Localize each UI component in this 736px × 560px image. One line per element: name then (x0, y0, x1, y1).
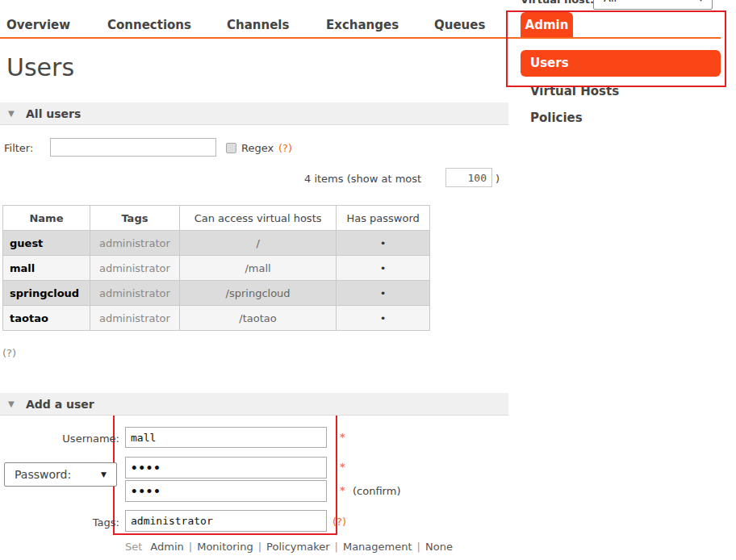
separator: | (335, 541, 338, 553)
tags-label: Tags: (31, 516, 119, 529)
rabbitmq-users-page: Virtual host: All ▼ Overview Connections… (0, 0, 736, 560)
tags-help-link[interactable]: (?) (332, 516, 346, 528)
required-asterisk: * (340, 461, 345, 473)
column-header-name[interactable]: Name (3, 206, 90, 231)
regex-label: Regex (241, 142, 274, 154)
tab-exchanges[interactable]: Exchanges (326, 18, 399, 32)
user-vhosts: /springcloud (179, 281, 336, 306)
show-at-most-input[interactable] (445, 168, 492, 187)
table-header-row: Name Tags Can access virtual hosts Has p… (3, 206, 430, 231)
virtual-host-label: Virtual host: (521, 0, 594, 6)
regex-checkbox[interactable] (226, 143, 236, 153)
chevron-down-icon: ▼ (101, 463, 107, 486)
tab-admin[interactable]: Admin (521, 12, 573, 38)
nav-underline (0, 37, 721, 39)
items-count-close-paren: ) (496, 173, 500, 185)
set-option-management[interactable]: Management (343, 541, 412, 553)
section-add-a-user-title: Add a user (26, 393, 94, 416)
virtual-host-select[interactable]: All ▼ (593, 0, 713, 10)
required-asterisk: * (340, 484, 345, 496)
chevron-down-icon: ▼ (698, 0, 704, 9)
filter-label: Filter: (4, 142, 33, 154)
password-type-value: Password: (15, 468, 71, 481)
password-field[interactable] (125, 457, 327, 479)
section-all-users-title: All users (26, 102, 81, 125)
username-field[interactable] (125, 427, 327, 448)
user-tags: administrator (90, 306, 179, 331)
separator: | (258, 541, 261, 553)
has-password-dot: • (337, 281, 430, 306)
filter-input[interactable] (50, 138, 216, 157)
user-name-link[interactable]: springcloud (3, 281, 90, 306)
table-help-link[interactable]: (?) (2, 347, 16, 359)
table-row: mall administrator /mall • (3, 256, 430, 281)
sidebar-item-users[interactable]: Users (521, 50, 721, 77)
column-header-has-password: Has password (337, 206, 430, 231)
regex-help-link[interactable]: (?) (278, 142, 292, 154)
password-confirm-field[interactable] (125, 480, 327, 502)
has-password-dot: • (337, 231, 430, 256)
user-name-link[interactable]: taotao (3, 306, 90, 331)
tab-overview[interactable]: Overview (6, 18, 70, 32)
section-add-a-user[interactable]: ▼ Add a user (0, 393, 508, 416)
column-header-tags[interactable]: Tags (90, 206, 179, 231)
sidebar-item-policies[interactable]: Policies (530, 111, 583, 125)
tab-connections[interactable]: Connections (107, 18, 191, 32)
page-title: Users (6, 53, 74, 81)
user-vhosts: /mall (179, 256, 336, 281)
user-tags: administrator (90, 281, 179, 306)
collapse-triangle-icon: ▼ (8, 393, 15, 416)
set-option-admin[interactable]: Admin (150, 541, 183, 553)
users-table: Name Tags Can access virtual hosts Has p… (2, 205, 430, 331)
collapse-triangle-icon: ▼ (8, 102, 15, 125)
set-option-policymaker[interactable]: Policymaker (266, 541, 329, 553)
user-tags: administrator (90, 256, 179, 281)
section-all-users[interactable]: ▼ All users (0, 102, 508, 125)
table-row: taotao administrator /taotao • (3, 306, 430, 331)
column-header-vhosts: Can access virtual hosts (179, 206, 336, 231)
has-password-dot: • (337, 256, 430, 281)
set-label: Set (125, 541, 142, 553)
user-name-link[interactable]: guest (3, 231, 90, 256)
user-tags: administrator (90, 231, 179, 256)
separator: | (189, 541, 192, 553)
password-type-select[interactable]: Password: ▼ (4, 462, 117, 487)
set-option-none[interactable]: None (425, 541, 453, 553)
table-row: guest administrator / • (3, 231, 430, 256)
username-label: Username: (31, 433, 119, 445)
virtual-host-value: All (604, 0, 617, 4)
tags-field[interactable] (125, 510, 327, 532)
user-name-link[interactable]: mall (3, 256, 90, 281)
confirm-note: (confirm) (353, 485, 400, 497)
sidebar-item-virtual-hosts[interactable]: Virtual Hosts (530, 84, 619, 98)
tag-shortcuts-line: SetAdmin|Monitoring|Policymaker|Manageme… (125, 541, 453, 553)
table-row: springcloud administrator /springcloud • (3, 281, 430, 306)
user-vhosts: /taotao (179, 306, 336, 331)
tab-channels[interactable]: Channels (227, 18, 289, 32)
separator: | (417, 541, 420, 553)
required-asterisk: * (340, 431, 345, 443)
user-vhosts: / (179, 231, 336, 256)
items-count-text: 4 items (show at most (304, 173, 421, 185)
tab-queues[interactable]: Queues (434, 18, 485, 32)
has-password-dot: • (337, 306, 430, 331)
set-option-monitoring[interactable]: Monitoring (197, 541, 253, 553)
